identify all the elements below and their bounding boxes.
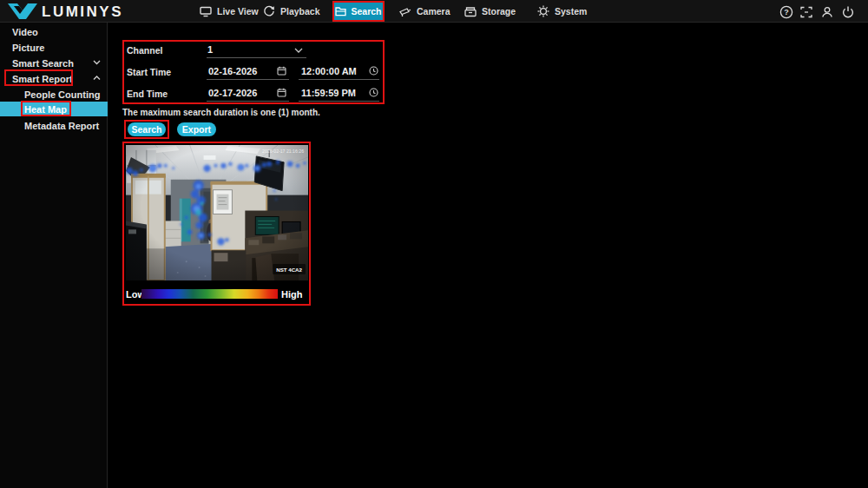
start-time-label: Start Time bbox=[127, 67, 171, 77]
sidebar-item-smart-search[interactable]: Smart Search bbox=[0, 56, 108, 71]
chevron-up-icon bbox=[93, 76, 101, 81]
nav-label: Camera bbox=[417, 6, 450, 16]
duration-note: The maximum search duration is one (1) m… bbox=[122, 108, 320, 117]
sidebar-item-smart-report[interactable]: Smart Report bbox=[0, 71, 108, 87]
nav-label: System bbox=[555, 6, 587, 16]
monitor-icon bbox=[200, 6, 212, 17]
nav-label: Playback bbox=[280, 6, 320, 16]
start-date-field[interactable]: 02-16-2026 bbox=[208, 66, 257, 76]
end-time-label: End Time bbox=[127, 89, 168, 99]
nav-camera[interactable]: Camera bbox=[398, 0, 450, 23]
sidebar-item-picture[interactable]: Picture bbox=[0, 40, 108, 56]
legend-high-label: High bbox=[281, 289, 302, 300]
sidebar-item-people-counting[interactable]: People Counting bbox=[0, 87, 108, 102]
start-time-field[interactable]: 12:00:00 AM bbox=[301, 66, 357, 76]
heatmap-image: 2026-02-17 21:16:26 NST 4CA2 bbox=[126, 145, 308, 280]
end-date-underline bbox=[207, 101, 289, 102]
chevron-down-icon[interactable] bbox=[294, 48, 303, 54]
svg-text:?: ? bbox=[784, 8, 789, 16]
sidebar-item-video[interactable]: Video bbox=[0, 24, 108, 40]
start-date-underline bbox=[207, 79, 289, 80]
nav-playback[interactable]: Playback bbox=[263, 0, 320, 23]
folder-icon bbox=[335, 6, 346, 16]
end-time-underline bbox=[299, 101, 379, 102]
osd-timestamp: 2026-02-17 21:16:26 bbox=[262, 148, 304, 154]
nav-system[interactable]: System bbox=[537, 0, 587, 23]
power-icon[interactable] bbox=[840, 4, 855, 19]
clock-icon[interactable] bbox=[369, 88, 378, 97]
brand-name: LUMINYS bbox=[42, 3, 123, 21]
help-icon[interactable]: ? bbox=[779, 4, 793, 19]
end-date-field[interactable]: 02-17-2026 bbox=[208, 88, 257, 98]
calendar-icon[interactable] bbox=[277, 88, 286, 97]
channel-select-value[interactable]: 1 bbox=[207, 44, 213, 55]
channel-underline bbox=[207, 57, 306, 58]
sidebar-item-heat-map[interactable]: Heat Map bbox=[0, 102, 108, 116]
nav-label: Storage bbox=[482, 6, 516, 16]
nav-label: Search bbox=[351, 6, 381, 16]
heat-legend-gradient bbox=[141, 289, 278, 299]
channel-label: Channel bbox=[127, 45, 162, 56]
nav-label: Live View bbox=[217, 6, 259, 16]
user-icon[interactable] bbox=[819, 4, 834, 19]
calendar-icon[interactable] bbox=[277, 66, 286, 76]
nav-storage[interactable]: Storage bbox=[464, 0, 516, 23]
nav-live-view[interactable]: Live View bbox=[200, 0, 259, 23]
search-button[interactable]: Search bbox=[128, 122, 166, 136]
gear-icon bbox=[537, 5, 549, 17]
sidebar-item-metadata-report[interactable]: Metadata Report bbox=[0, 118, 108, 134]
camera-icon bbox=[398, 6, 411, 17]
clock-icon[interactable] bbox=[369, 66, 378, 76]
chevron-down-icon bbox=[93, 60, 101, 65]
playback-icon bbox=[263, 5, 275, 17]
start-time-underline bbox=[299, 79, 379, 80]
end-time-field[interactable]: 11:59:59 PM bbox=[301, 88, 356, 98]
camera-label: NST 4CA2 bbox=[276, 267, 302, 273]
app-window: LUMINYS Live View Playback Search bbox=[0, 0, 868, 488]
export-button[interactable]: Export bbox=[177, 122, 216, 136]
top-bar: LUMINYS Live View Playback Search bbox=[0, 0, 868, 23]
fit-screen-icon[interactable] bbox=[799, 4, 813, 19]
sidebar: Video Picture Smart Search Smart Report … bbox=[0, 23, 108, 488]
nav-search-active[interactable]: Search bbox=[332, 1, 385, 22]
luminys-logo-icon bbox=[7, 3, 38, 20]
storage-icon bbox=[464, 6, 477, 17]
